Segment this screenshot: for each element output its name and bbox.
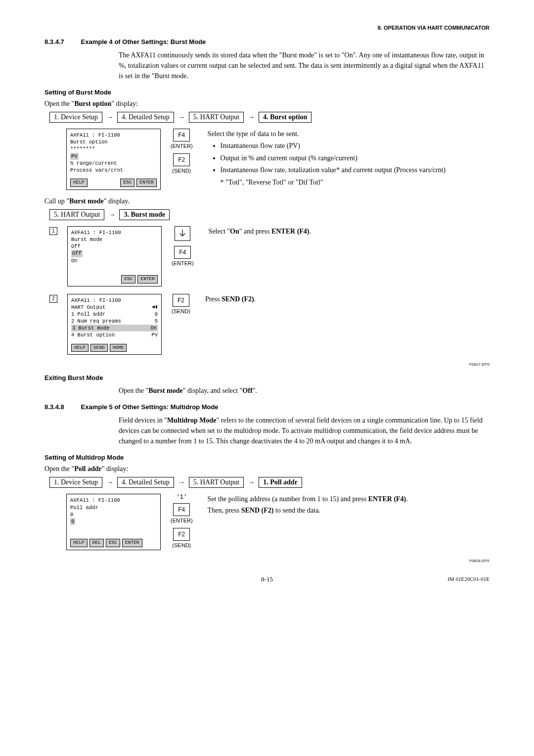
device-screen-4: AXFA11 : FI-1100 Poll addr 0 0 HELP DEL … [66,494,161,550]
f2-key[interactable]: F2 [173,294,189,307]
key-sequence: F4 (ENTER) [172,226,194,269]
f4-key[interactable]: F4 [173,129,190,142]
crumb: 1. Device Setup [49,477,102,488]
description-1: Select the type of data to be sent. Inst… [208,129,490,188]
key-label: (ENTER) [171,143,193,149]
description-3: Press SEND (F2). [205,294,490,305]
device-screen-1: AXFA11 : FI-1100 Burst option ******** P… [66,129,161,190]
open-line-2: Open the "Poll addr" display: [44,465,490,473]
section-heading: 8.3.4.8 Example 5 of Other Settings: Mul… [44,403,490,411]
f2-key[interactable]: F2 [173,528,190,541]
page-header: 8. OPERATION VIA HART COMMUNICATOR [44,25,490,31]
exit-text: Open the "Burst mode" display, and selec… [119,385,490,396]
device-screen-2: AXFA11 : FI-1100 Burst mode Off Off On E… [67,226,162,286]
f2-key[interactable]: F2 [173,153,190,166]
crumb-active: 3. Burst mode [119,209,170,220]
f4-key[interactable]: F4 [174,246,191,259]
callup-line: Call up "Burst mode" display. [44,197,490,205]
crumb-active: 1. Poll addr [259,477,302,488]
section-para: The AXFA11 continuously sends its stored… [119,50,490,81]
section-heading: 8.3.4.7 Example 4 of Other Settings: Bur… [44,38,490,46]
key-sequence: F2 (SEND) [172,294,190,317]
section-number: 8.3.4.7 [44,38,79,46]
device-screen-3: AXFA11 : FI-1100 HART Output ◀▮ 1 Poll a… [67,294,162,355]
subheading-multidrop: Setting of Multidrop Mode [44,454,490,461]
breadcrumb-3: 1. Device Setup → 4. Detailed Setup → 5.… [49,477,490,488]
key-label: (SEND) [172,168,191,174]
crumb: 4. Detailed Setup [117,112,174,123]
f4-key[interactable]: F4 [173,503,190,516]
step-number-2: 2 [49,295,57,303]
home-button[interactable]: HOME [110,344,127,352]
description-4: Set the polling address (a number from 1… [208,494,490,516]
help-button[interactable]: HELP [71,344,89,352]
del-button[interactable]: DEL [89,539,104,547]
figure-code-2: F0818.EPS [44,559,490,563]
arrow-icon: → [177,478,186,486]
breadcrumb-2: 5. HART Output → 3. Burst mode [49,209,490,220]
arrow-icon: → [247,113,256,121]
section-para: Field devices in "Multidrop Mode" refers… [119,415,490,446]
arrow-icon: → [177,113,186,121]
subheading-burst: Setting of Burst Mode [44,89,490,96]
crumb: 5. HART Output [49,209,104,220]
crumb: 1. Device Setup [49,112,102,123]
arrow-icon: → [105,113,114,121]
enter-button[interactable]: ENTER [137,275,158,284]
crumb: 5. HART Output [189,112,244,123]
section-title: Example 4 of Other Settings: Burst Mode [81,38,206,46]
step-number-1: 1 [49,227,57,235]
esc-button[interactable]: ESC [106,539,120,547]
key-label: (SEND) [172,308,190,314]
section-number: 8.3.4.8 [44,403,79,411]
esc-button[interactable]: ESC [121,275,135,284]
down-arrow-icon [175,226,190,241]
figure-code-1: F0817.EPS [44,362,490,367]
arrow-icon: → [105,478,114,486]
send-button[interactable]: SEND [90,344,108,352]
section-title: Example 5 of Other Settings: Multidrop M… [81,403,219,411]
crumb: 5. HART Output [189,477,244,488]
key-label: (SEND) [172,542,191,548]
description-2: Select "On" and press ENTER (F4). [209,226,490,237]
enter-button[interactable]: ENTER [136,179,157,187]
open-line: Open the "Burst option" display: [44,100,490,108]
key-label: (ENTER) [171,518,193,523]
crumb-active: 4. Burst option [259,112,312,123]
enter-button[interactable]: ENTER [122,539,142,547]
key-label: (ENTER) [172,260,194,266]
back-icon: ◀▮ [152,304,158,311]
key-sequence: F4 (ENTER) F2 (SEND) [171,129,193,177]
breadcrumb-1: 1. Device Setup → 4. Detailed Setup → 5.… [49,112,490,123]
subheading-exit: Exiting Burst Mode [44,374,490,381]
arrow-icon: → [247,478,256,486]
arrow-icon: → [107,211,116,219]
esc-button[interactable]: ESC [120,179,134,187]
key-sequence: '1' F4 (ENTER) F2 (SEND) [171,494,193,551]
crumb: 4. Detailed Setup [117,477,174,488]
help-button[interactable]: HELP [70,539,88,547]
typed-char: '1' [177,494,187,501]
help-button[interactable]: HELP [70,179,88,187]
